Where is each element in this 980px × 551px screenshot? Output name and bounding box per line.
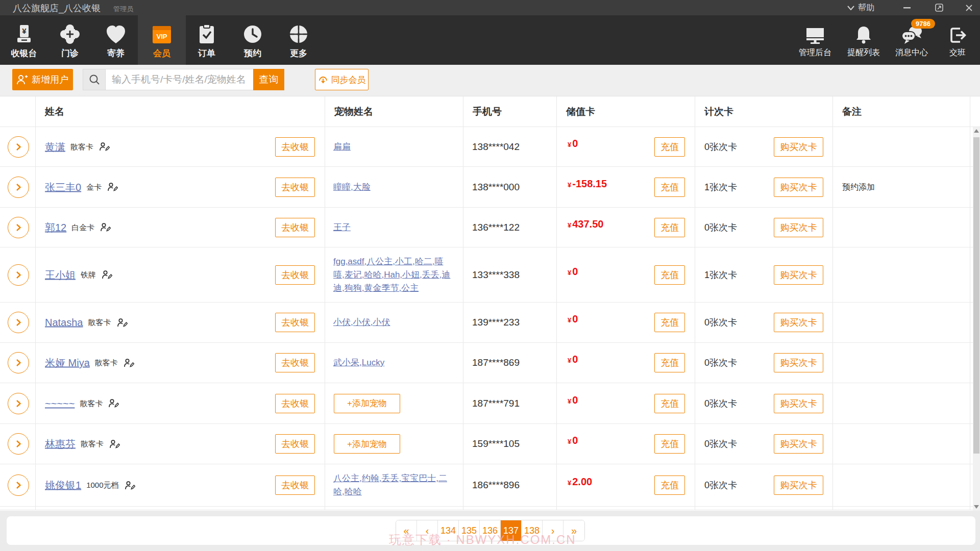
scrollbar-thumb[interactable] xyxy=(973,137,979,454)
checkout-button[interactable]: 去收银 xyxy=(275,434,315,454)
expand-row-button[interactable] xyxy=(8,433,29,455)
nav-action-3[interactable]: 9786消息中心 xyxy=(886,15,937,65)
edit-member-icon[interactable] xyxy=(101,223,111,232)
expand-row-button[interactable] xyxy=(8,474,29,496)
checkout-button[interactable]: 去收银 xyxy=(275,353,315,372)
checkout-button[interactable]: 去收银 xyxy=(275,178,315,197)
name-cell: 姚俊银1 1000元档 去收银 xyxy=(36,464,325,506)
expand-row-button[interactable] xyxy=(8,217,29,238)
buy-count-card-button[interactable]: 购买次卡 xyxy=(774,313,823,332)
expand-row-button[interactable] xyxy=(8,136,29,158)
nav-action-2[interactable]: 提醒列表 xyxy=(838,15,889,65)
member-name-link[interactable]: 王小姐 xyxy=(45,268,76,282)
expand-row-button[interactable] xyxy=(8,177,29,198)
recharge-button[interactable]: 充值 xyxy=(654,394,685,413)
recharge-button[interactable]: 充值 xyxy=(654,353,685,372)
buy-count-card-button[interactable]: 购买次卡 xyxy=(774,353,823,372)
search-input[interactable] xyxy=(106,69,254,90)
nav-action-1[interactable]: 管理后台 xyxy=(790,15,841,65)
recharge-button[interactable]: 充值 xyxy=(654,218,685,237)
checkout-button[interactable]: 去收银 xyxy=(275,265,315,285)
pets-cell: 瞳瞳,大脸 xyxy=(325,167,463,207)
page-number-button[interactable]: 138 xyxy=(522,520,543,541)
minimize-button[interactable] xyxy=(897,0,917,15)
expand-row-button[interactable] xyxy=(8,393,29,414)
nav-tab-1[interactable]: ¥收银台 xyxy=(0,15,48,65)
recharge-button[interactable]: 充值 xyxy=(654,475,685,495)
pet-links[interactable]: 八公主,约翰,丢丢,宝宝巴士,二哈,哈哈 xyxy=(333,473,447,496)
count-card-text: 0张次卡 xyxy=(704,479,737,491)
page-next-button[interactable]: › xyxy=(543,520,564,541)
checkout-button[interactable]: 去收银 xyxy=(275,475,315,495)
member-name-link[interactable]: 米娅 Miya xyxy=(45,356,90,370)
buy-count-card-button[interactable]: 购买次卡 xyxy=(774,137,823,157)
member-name-link[interactable]: 张三丰0 xyxy=(45,180,81,194)
vertical-scrollbar[interactable] xyxy=(973,127,980,511)
member-name-link[interactable]: 林惠芬 xyxy=(45,437,76,451)
nav-tab-4[interactable]: VIP会员 xyxy=(138,15,186,65)
edit-member-icon[interactable] xyxy=(110,439,120,448)
member-name-link[interactable]: Natasha xyxy=(45,317,83,329)
edit-member-icon[interactable] xyxy=(125,481,135,490)
edit-member-icon[interactable] xyxy=(100,142,110,152)
pet-links[interactable]: fgg,asdf,八公主,小工,哈二,嘻嘻,麦记,哈哈,Hah,小妞,丢丢,迪迪… xyxy=(333,257,451,293)
maximize-button[interactable] xyxy=(929,0,949,15)
edit-member-icon[interactable] xyxy=(109,399,119,408)
member-name-link[interactable]: 姚俊银1 xyxy=(45,479,81,492)
add-pet-button[interactable]: +添加宠物 xyxy=(334,434,400,454)
edit-member-icon[interactable] xyxy=(108,183,118,192)
add-pet-button[interactable]: +添加宠物 xyxy=(334,394,400,413)
checkout-button[interactable]: 去收银 xyxy=(275,313,315,332)
recharge-button[interactable]: 充值 xyxy=(654,434,685,454)
page-number-button[interactable]: 136 xyxy=(480,520,501,541)
scroll-up-arrow-icon[interactable] xyxy=(974,129,979,133)
buy-count-card-button[interactable]: 购买次卡 xyxy=(774,394,823,413)
recharge-button[interactable]: 充值 xyxy=(654,313,685,332)
nav-action-4[interactable]: 交班 xyxy=(932,15,980,65)
buy-count-card-button[interactable]: 购买次卡 xyxy=(774,178,823,197)
pet-links[interactable]: 瞳瞳,大脸 xyxy=(333,182,371,192)
nav-tab-3[interactable]: 寄养 xyxy=(92,15,140,65)
buy-count-card-button[interactable]: 购买次卡 xyxy=(774,475,823,495)
member-name-link[interactable]: 黄潇 xyxy=(45,140,65,154)
pet-links[interactable]: 武小呆,Lucky xyxy=(333,358,384,367)
expand-row-button[interactable] xyxy=(8,264,29,286)
help-menu[interactable]: 帮助 xyxy=(847,0,885,15)
nav-tab-7[interactable]: 更多 xyxy=(275,15,323,65)
page-first-button[interactable]: « xyxy=(396,520,417,541)
recharge-button[interactable]: 充值 xyxy=(654,137,685,157)
nav-tab-5[interactable]: 订单 xyxy=(183,15,231,65)
expand-cell xyxy=(0,247,36,302)
sync-members-button[interactable]: 同步会员 xyxy=(315,69,369,90)
pet-links[interactable]: 小伏,小伏,小伏 xyxy=(333,317,390,327)
buy-count-card-button[interactable]: 购买次卡 xyxy=(774,265,823,285)
page-number-button[interactable]: 135 xyxy=(459,520,480,541)
recharge-button[interactable]: 充值 xyxy=(654,178,685,197)
nav-tab-6[interactable]: 预约 xyxy=(229,15,277,65)
name-cell: 张三丰0 金卡 去收银 xyxy=(36,167,325,207)
page-number-button[interactable]: 134 xyxy=(438,520,459,541)
page-last-button[interactable]: » xyxy=(564,520,584,541)
expand-row-button[interactable] xyxy=(8,352,29,373)
checkout-button[interactable]: 去收银 xyxy=(275,218,315,237)
pet-links[interactable]: 扁扁 xyxy=(333,142,351,152)
search-button[interactable]: 查询 xyxy=(253,69,284,90)
checkout-button[interactable]: 去收银 xyxy=(275,394,315,413)
checkout-button[interactable]: 去收银 xyxy=(275,137,315,157)
edit-member-icon[interactable] xyxy=(102,270,112,280)
page-number-button[interactable]: 137 xyxy=(501,520,522,541)
close-button[interactable] xyxy=(959,0,979,15)
edit-member-icon[interactable] xyxy=(117,318,128,327)
expand-row-button[interactable] xyxy=(8,312,29,333)
edit-member-icon[interactable] xyxy=(124,358,134,367)
nav-tab-2[interactable]: 门诊 xyxy=(46,15,94,65)
recharge-button[interactable]: 充值 xyxy=(654,265,685,285)
add-user-button[interactable]: 新增用户 xyxy=(12,69,73,90)
page-prev-button[interactable]: ‹ xyxy=(417,520,438,541)
pet-links[interactable]: 王子 xyxy=(333,222,351,232)
buy-count-card-button[interactable]: 购买次卡 xyxy=(774,434,823,454)
member-name-link[interactable]: ~~~~~ xyxy=(45,397,75,409)
scroll-down-arrow-icon[interactable] xyxy=(974,505,979,509)
member-name-link[interactable]: 郭12 xyxy=(45,220,66,234)
buy-count-card-button[interactable]: 购买次卡 xyxy=(774,218,823,237)
